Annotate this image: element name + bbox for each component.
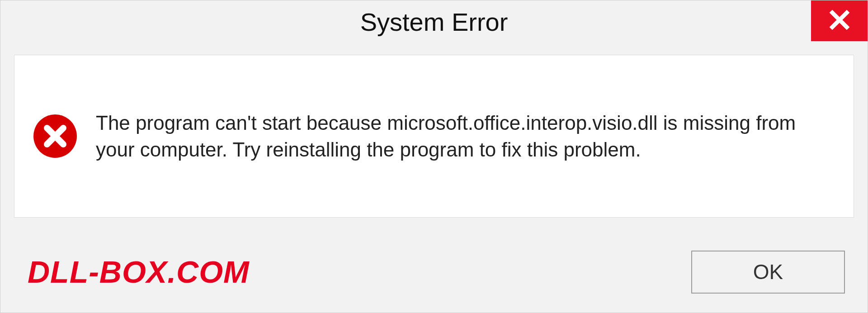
close-icon	[829, 9, 850, 33]
dialog-footer: DLL-BOX.COM OK	[0, 231, 868, 313]
watermark-text: DLL-BOX.COM	[28, 254, 250, 289]
dialog-title: System Error	[360, 7, 508, 37]
error-message: The program can't start because microsof…	[96, 109, 835, 163]
error-dialog: System Error The program can't start bec…	[0, 0, 868, 313]
close-button[interactable]	[811, 0, 868, 41]
titlebar: System Error	[0, 0, 868, 43]
content-panel: The program can't start because microsof…	[14, 55, 854, 218]
ok-button[interactable]: OK	[691, 251, 845, 294]
error-icon	[33, 114, 78, 159]
